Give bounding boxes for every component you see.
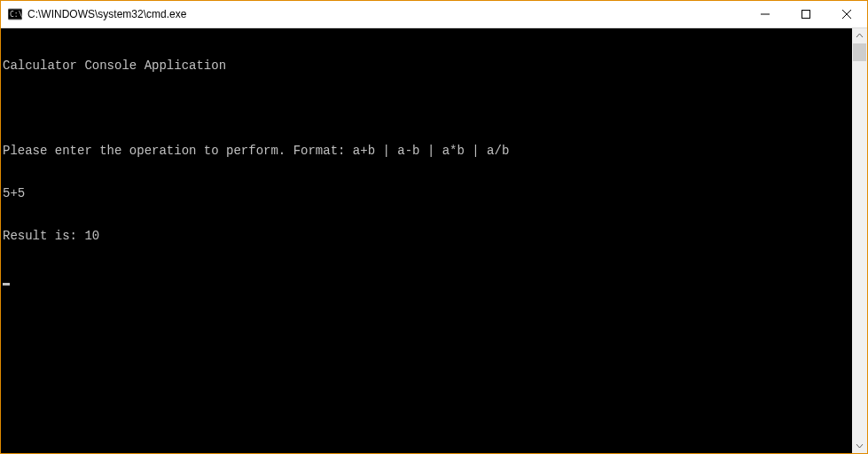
vertical-scrollbar[interactable] [852, 28, 867, 453]
console-line: Please enter the operation to perform. F… [3, 144, 850, 158]
console-line: Result is: 10 [3, 229, 850, 243]
scroll-down-arrow-icon[interactable] [852, 438, 867, 453]
text-cursor [3, 283, 10, 286]
cmd-window: C:\ C:\WINDOWS\system32\cmd.exe Calculat… [0, 0, 868, 454]
window-title: C:\WINDOWS\system32\cmd.exe [27, 8, 186, 20]
console-line [3, 101, 850, 115]
svg-rect-4 [802, 11, 810, 19]
scroll-thumb[interactable] [853, 43, 866, 61]
maximize-button[interactable] [786, 1, 826, 27]
cmd-icon: C:\ [8, 7, 22, 21]
scroll-up-arrow-icon[interactable] [852, 28, 867, 43]
titlebar[interactable]: C:\ C:\WINDOWS\system32\cmd.exe [1, 1, 867, 28]
scroll-track[interactable] [852, 43, 867, 438]
client-area: Calculator Console Application Please en… [1, 28, 867, 453]
minimize-button[interactable] [745, 1, 786, 27]
close-button[interactable] [826, 1, 867, 27]
console-output[interactable]: Calculator Console Application Please en… [1, 28, 852, 453]
console-line: Calculator Console Application [3, 59, 850, 73]
console-line: 5+5 [3, 186, 850, 200]
console-cursor-line [3, 271, 850, 287]
svg-text:C:\: C:\ [10, 11, 22, 19]
